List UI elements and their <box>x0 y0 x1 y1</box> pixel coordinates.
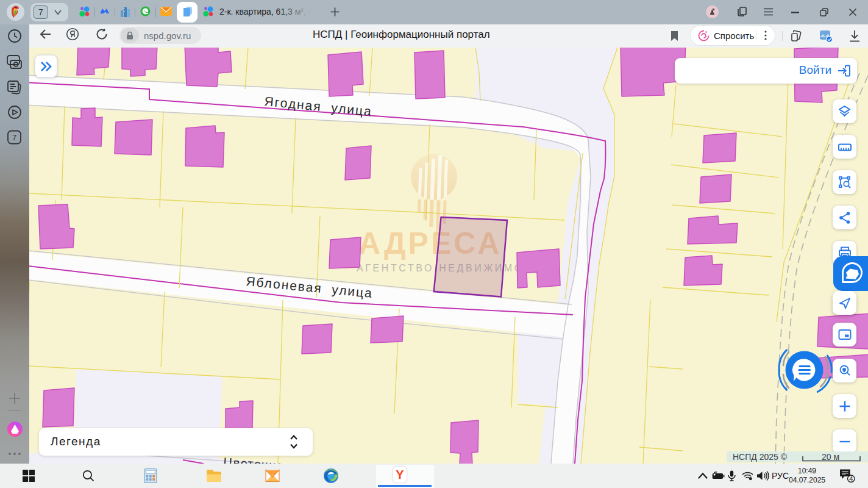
svg-text:7: 7 <box>12 133 16 142</box>
svg-text:4: 4 <box>849 475 853 483</box>
